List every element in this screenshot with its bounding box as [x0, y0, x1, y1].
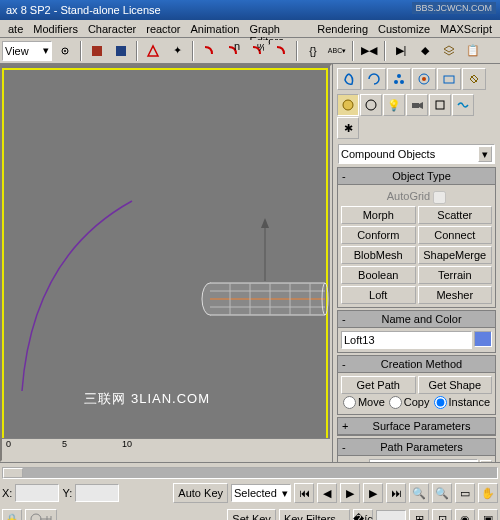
svg-rect-28 [412, 103, 419, 108]
viewport[interactable]: 三联网 3LIAN.COM 0 5 10 [0, 64, 332, 462]
command-panel: 💡 ✱ Compound Objects ▾ - Object Type Aut… [332, 64, 500, 462]
path-value-input[interactable]: 0.0 [369, 459, 478, 462]
rollout-header[interactable]: - Name and Color [338, 311, 495, 328]
create-tab[interactable] [337, 68, 361, 90]
layer-icon[interactable] [438, 40, 460, 62]
get-shape-button[interactable]: Get Shape [418, 376, 493, 394]
menu-rendering[interactable]: Rendering [313, 22, 372, 35]
svg-rect-3 [116, 46, 126, 56]
lights-icon[interactable]: 💡 [383, 94, 405, 116]
pivot-icon[interactable] [54, 40, 76, 62]
x-coord-field[interactable] [15, 484, 59, 502]
menu-reactor[interactable]: reactor [142, 22, 184, 35]
curve-editor-icon[interactable]: 📋 [462, 40, 484, 62]
time-slider[interactable] [2, 467, 498, 479]
rollout-header[interactable]: - Object Type [338, 168, 495, 185]
create-category-row: 💡 ✱ [335, 92, 498, 141]
prev-key-icon[interactable]: �íc [353, 509, 373, 520]
menu-character[interactable]: Character [84, 22, 140, 35]
spacewarps-icon[interactable] [452, 94, 474, 116]
transform-gizmo-z[interactable] [255, 216, 275, 286]
mirror-icon[interactable]: ▶◀ [358, 40, 380, 62]
menu-modifiers[interactable]: Modifiers [29, 22, 82, 35]
display-tab[interactable] [437, 68, 461, 90]
rollout-header[interactable]: + Surface Parameters [338, 418, 495, 435]
motion-tab[interactable] [412, 68, 436, 90]
blobmesh-button[interactable]: BlobMesh [341, 246, 416, 264]
time-ruler[interactable]: 0 5 10 [2, 438, 330, 460]
rollout-header[interactable]: - Creation Method [338, 356, 495, 373]
shapes-icon[interactable] [360, 94, 382, 116]
object-color-swatch[interactable] [474, 331, 492, 347]
scale-icon[interactable] [142, 40, 164, 62]
systems-icon[interactable]: ✱ [337, 117, 359, 139]
hierarchy-tab[interactable] [387, 68, 411, 90]
move-radio[interactable]: Move [343, 396, 385, 409]
align-flyout-icon[interactable]: ▶| [390, 40, 412, 62]
connect-button[interactable]: Connect [418, 226, 493, 244]
boolean-button[interactable]: Boolean [341, 266, 416, 284]
next-frame-icon[interactable]: ▶ [363, 483, 383, 503]
get-path-button[interactable]: Get Path [341, 376, 416, 394]
morph-button[interactable]: Morph [341, 206, 416, 224]
goto-end-icon[interactable]: ⏭ [386, 483, 406, 503]
manipulate-icon[interactable]: ✦ [166, 40, 188, 62]
autogrid-row: AutoGrid [341, 188, 492, 206]
angle-snap-icon[interactable]: n [222, 40, 244, 62]
path-spinner[interactable]: ▴▾ [480, 460, 492, 462]
goto-start-icon[interactable]: ⏮ [294, 483, 314, 503]
named-selection-icon[interactable]: {} [302, 40, 324, 62]
zoom-extents-icon[interactable]: 🔍 [409, 483, 429, 503]
field-of-view-icon[interactable]: ▭ [455, 483, 475, 503]
loft-button[interactable]: Loft [341, 286, 416, 304]
geometry-icon[interactable] [337, 94, 359, 116]
select-rotate-icon[interactable] [110, 40, 132, 62]
spinner-snap-icon[interactable] [270, 40, 292, 62]
reference-coordinate-dropdown[interactable]: View ▾ [2, 41, 52, 61]
instance-radio[interactable]: Instance [434, 396, 491, 409]
prev-frame-icon[interactable]: ◀ [317, 483, 337, 503]
helpers-icon[interactable] [429, 94, 451, 116]
time-slider-handle[interactable] [3, 468, 23, 478]
key-filters-button[interactable]: Key Filters... [279, 509, 350, 520]
menu-animation[interactable]: Animation [186, 22, 243, 35]
time-config-icon[interactable]: ⊞ [409, 509, 429, 520]
current-frame-field[interactable] [376, 510, 406, 520]
cameras-icon[interactable] [406, 94, 428, 116]
play-icon[interactable]: ▶ [340, 483, 360, 503]
ruler-tick-5: 5 [62, 439, 67, 449]
mesher-button[interactable]: Mesher [418, 286, 493, 304]
key-mode-dropdown[interactable]: Selected▾ [231, 484, 291, 502]
menu-customize[interactable]: Customize [374, 22, 434, 35]
lock-icon[interactable]: 🔒 [2, 509, 22, 520]
scatter-button[interactable]: Scatter [418, 206, 493, 224]
percent-snap-icon[interactable]: % [246, 40, 268, 62]
menu-graph-editors[interactable]: Graph Editors [245, 22, 311, 35]
utilities-tab[interactable] [462, 68, 486, 90]
ruler-tick-10: 10 [122, 439, 132, 449]
arc-rotate-icon[interactable]: ◉ [455, 509, 475, 520]
object-name-input[interactable]: Loft13 [341, 331, 472, 349]
set-key-button[interactable]: Set Key [227, 509, 276, 520]
conform-button[interactable]: Conform [341, 226, 416, 244]
set-key-large-icon[interactable] [25, 509, 57, 520]
shapemerge-button[interactable]: ShapeMerge [418, 246, 493, 264]
copy-radio[interactable]: Copy [389, 396, 430, 409]
min-max-toggle-icon[interactable]: ⊡ [432, 509, 452, 520]
auto-key-button[interactable]: Auto Key [173, 483, 228, 503]
terrain-button[interactable]: Terrain [418, 266, 493, 284]
create-subcategory-dropdown[interactable]: Compound Objects ▾ [338, 144, 495, 164]
pan-icon[interactable]: ✋ [478, 483, 498, 503]
abc-icon[interactable]: ABC▾ [326, 40, 348, 62]
snap-toggle-icon[interactable] [198, 40, 220, 62]
maximize-viewport-icon[interactable]: ▣ [478, 509, 498, 520]
y-coord-field[interactable] [75, 484, 119, 502]
title-bar: ax 8 SP2 - Stand-alone License BBS.JCWCN… [0, 0, 500, 20]
material-editor-icon[interactable]: ◆ [414, 40, 436, 62]
zoom-icon[interactable]: 🔍 [432, 483, 452, 503]
rollout-header[interactable]: - Path Parameters [338, 439, 495, 456]
select-move-icon[interactable] [86, 40, 108, 62]
menu-maxscript[interactable]: MAXScript [436, 22, 496, 35]
menu-create[interactable]: ate [4, 22, 27, 35]
modify-tab[interactable] [362, 68, 386, 90]
